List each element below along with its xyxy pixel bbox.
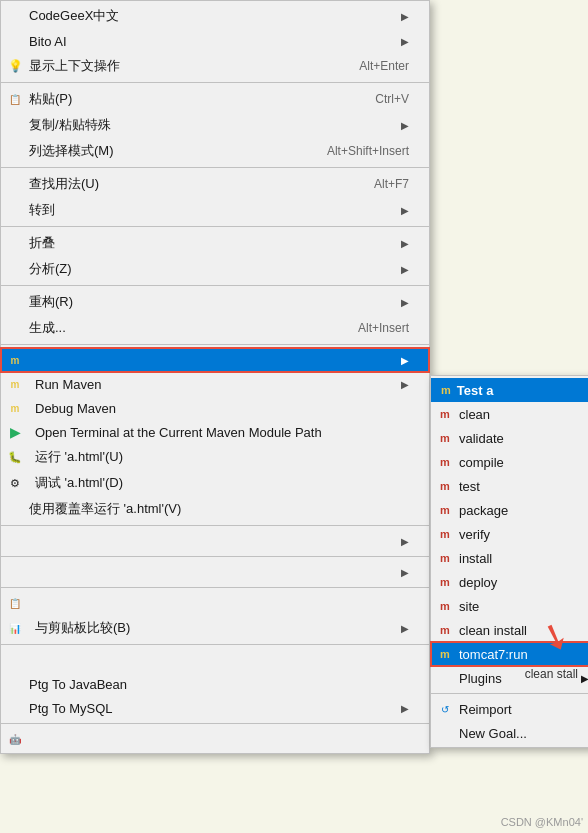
menu-item-codegee[interactable]: CodeGeeX中文 ▶ bbox=[1, 3, 429, 29]
submenu-maven-icon-package: m bbox=[437, 502, 453, 518]
menu-item-column-mode-label: 列选择模式(M) bbox=[29, 142, 307, 160]
menu-item-show-context-shortcut: Alt+Enter bbox=[359, 59, 409, 73]
menu-item-paste-shortcut: Ctrl+V bbox=[375, 92, 409, 106]
run-icon: ▶ bbox=[7, 424, 23, 440]
submenu-item-new-goal-label: New Goal... bbox=[459, 726, 527, 741]
menu-item-run-a-html-label: Open Terminal at the Current Maven Modul… bbox=[35, 425, 389, 440]
submenu-item-compile[interactable]: m compile bbox=[431, 450, 588, 474]
menu-item-analyze-arrow: ▶ bbox=[401, 264, 409, 275]
submenu-maven-icon-site: m bbox=[437, 598, 453, 614]
submenu-maven-icon-compile: m bbox=[437, 454, 453, 470]
menu-item-compare-clipboard[interactable]: 📋 bbox=[1, 591, 429, 615]
debug-icon: 🐛 bbox=[7, 449, 23, 465]
submenu-maven: m Test a m clean m validate m compile m … bbox=[430, 375, 588, 748]
submenu-maven-icon-tomcat7: m bbox=[437, 646, 453, 662]
menu-item-analyze-label: 分析(Z) bbox=[29, 260, 401, 278]
submenu-item-validate[interactable]: m validate bbox=[431, 426, 588, 450]
menu-item-diagram[interactable]: 📊 与剪贴板比较(B) ▶ bbox=[1, 615, 429, 641]
menu-item-open-terminal[interactable]: m Debug Maven bbox=[1, 396, 429, 420]
menu-item-ptg-mysql[interactable]: Ptg To JavaBean bbox=[1, 672, 429, 696]
menu-item-ptg-spring[interactable]: Ptg To MySQL ▶ bbox=[1, 696, 429, 720]
maven-terminal-icon: m bbox=[7, 400, 23, 416]
diagram-icon: 📊 bbox=[7, 620, 23, 636]
menu-item-column-mode[interactable]: 列选择模式(M) Alt+Shift+Insert bbox=[1, 138, 429, 164]
divider-4 bbox=[1, 285, 429, 286]
menu-item-bito-arrow: ▶ bbox=[401, 36, 409, 47]
menu-item-modify-run-label: 使用覆盖率运行 'a.html'(V) bbox=[29, 500, 409, 518]
menu-item-run-maven-arrow: ▶ bbox=[401, 355, 409, 366]
submenu-item-verify-label: verify bbox=[459, 527, 490, 542]
menu-item-diagram-arrow: ▶ bbox=[401, 623, 409, 634]
submenu-item-package-label: package bbox=[459, 503, 508, 518]
submenu-item-verify[interactable]: m verify bbox=[431, 522, 588, 546]
submenu-item-reimport[interactable]: ↺ Reimport bbox=[431, 697, 588, 721]
submenu-maven-icon-test: m bbox=[437, 478, 453, 494]
menu-item-machinet[interactable]: 🤖 bbox=[1, 727, 429, 751]
submenu-maven-icon-clean-install: m bbox=[437, 622, 453, 638]
submenu-item-new-goal[interactable]: New Goal... bbox=[431, 721, 588, 745]
lightbulb-icon: 💡 bbox=[7, 58, 23, 74]
menu-item-refactor-arrow: ▶ bbox=[401, 297, 409, 308]
menu-item-codegee-arrow: ▶ bbox=[401, 11, 409, 22]
menu-item-open-in-arrow: ▶ bbox=[401, 536, 409, 547]
compare-clipboard-icon: 📋 bbox=[7, 595, 23, 611]
menu-item-column-mode-shortcut: Alt+Shift+Insert bbox=[327, 144, 409, 158]
menu-item-goto[interactable]: 转到 ▶ bbox=[1, 197, 429, 223]
submenu-divider bbox=[431, 693, 588, 694]
menu-item-ptg-javabean[interactable] bbox=[1, 648, 429, 672]
submenu-item-install[interactable]: m install bbox=[431, 546, 588, 570]
menu-item-open-terminal-label: Debug Maven bbox=[35, 401, 409, 416]
menu-item-open-in[interactable]: ▶ bbox=[1, 529, 429, 553]
maven-debug-icon: m bbox=[7, 376, 23, 392]
menu-item-coverage-label: 调试 'a.html'(D) bbox=[35, 474, 409, 492]
menu-item-debug-maven-arrow: ▶ bbox=[401, 379, 409, 390]
submenu-item-site[interactable]: m site bbox=[431, 594, 588, 618]
menu-item-modify-run[interactable]: 使用覆盖率运行 'a.html'(V) bbox=[1, 496, 429, 522]
menu-item-find-usage[interactable]: 查找用法(U) Alt+F7 bbox=[1, 171, 429, 197]
menu-item-debug-a-html[interactable]: 🐛 运行 'a.html'(U) bbox=[1, 444, 429, 470]
menu-item-copy-paste[interactable]: 复制/粘贴特殊 ▶ bbox=[1, 112, 429, 138]
menu-item-ptg-spring-arrow: ▶ bbox=[401, 703, 409, 714]
menu-item-find-usage-shortcut: Alt+F7 bbox=[374, 177, 409, 191]
submenu-item-clean[interactable]: m clean bbox=[431, 402, 588, 426]
menu-item-paste[interactable]: 📋 粘贴(P) Ctrl+V bbox=[1, 86, 429, 112]
menu-item-fold-arrow: ▶ bbox=[401, 238, 409, 249]
maven-run-icon: m bbox=[7, 352, 23, 368]
menu-item-copy-paste-label: 复制/粘贴特殊 bbox=[29, 116, 401, 134]
submenu-maven-icon: m bbox=[441, 384, 451, 396]
submenu-maven-icon-deploy: m bbox=[437, 574, 453, 590]
menu-item-coverage[interactable]: ⚙ 调试 'a.html'(D) bbox=[1, 470, 429, 496]
divider-1 bbox=[1, 82, 429, 83]
menu-item-debug-maven[interactable]: m Run Maven ▶ bbox=[1, 372, 429, 396]
submenu-maven-icon-verify: m bbox=[437, 526, 453, 542]
menu-item-refactor[interactable]: 重构(R) ▶ bbox=[1, 289, 429, 315]
machinet-icon: 🤖 bbox=[7, 731, 23, 747]
menu-item-diagram-label: 与剪贴板比较(B) bbox=[35, 619, 401, 637]
menu-item-debug-a-html-label: 运行 'a.html'(U) bbox=[35, 448, 409, 466]
menu-item-fold[interactable]: 折叠 ▶ bbox=[1, 230, 429, 256]
menu-item-show-context[interactable]: 💡 显示上下文操作 Alt+Enter bbox=[1, 53, 429, 79]
menu-item-generate-shortcut: Alt+Insert bbox=[358, 321, 409, 335]
menu-item-find-usage-label: 查找用法(U) bbox=[29, 175, 354, 193]
menu-item-codegee-label: CodeGeeX中文 bbox=[29, 7, 401, 25]
menu-item-analyze[interactable]: 分析(Z) ▶ bbox=[1, 256, 429, 282]
menu-item-generate-label: 生成... bbox=[29, 319, 338, 337]
menu-item-run-a-html[interactable]: ▶ Open Terminal at the Current Maven Mod… bbox=[1, 420, 429, 444]
divider-3 bbox=[1, 226, 429, 227]
menu-item-ptg-spring-label: Ptg To MySQL bbox=[29, 701, 401, 716]
menu-item-show-context-label: 显示上下文操作 bbox=[29, 57, 339, 75]
submenu-item-test[interactable]: m test bbox=[431, 474, 588, 498]
menu-item-bito[interactable]: Bito AI ▶ bbox=[1, 29, 429, 53]
divider-6 bbox=[1, 525, 429, 526]
submenu-item-deploy[interactable]: m deploy bbox=[431, 570, 588, 594]
menu-item-local-history[interactable]: ▶ bbox=[1, 560, 429, 584]
menu-item-generate[interactable]: 生成... Alt+Insert bbox=[1, 315, 429, 341]
submenu-item-package[interactable]: m package bbox=[431, 498, 588, 522]
divider-2 bbox=[1, 167, 429, 168]
csdn-watermark: CSDN @KMn04' bbox=[501, 816, 583, 828]
divider-10 bbox=[1, 723, 429, 724]
clean-stall-label: clean stall bbox=[525, 667, 578, 681]
reimport-icon: ↺ bbox=[437, 701, 453, 717]
menu-item-run-maven[interactable]: m ▶ bbox=[1, 348, 429, 372]
submenu-item-reimport-label: Reimport bbox=[459, 702, 512, 717]
